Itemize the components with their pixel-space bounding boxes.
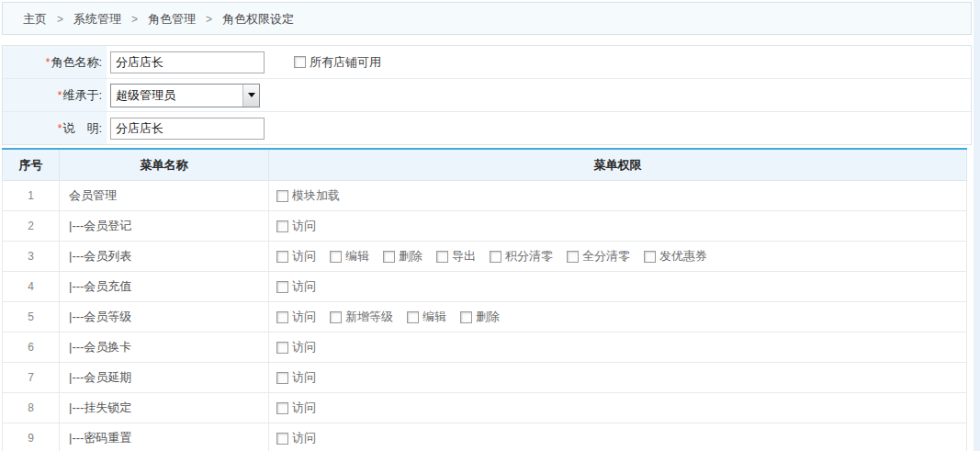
form-row-role-name: * 角色名称: 所有店铺可用 bbox=[3, 46, 971, 79]
row-serial: 7 bbox=[3, 363, 60, 393]
permission-label: 积分清零 bbox=[505, 248, 553, 265]
checkbox-icon[interactable] bbox=[567, 251, 579, 263]
permission-label: 全分清零 bbox=[582, 248, 630, 265]
permission-checkbox[interactable]: 新增等级 bbox=[330, 309, 393, 325]
checkbox-icon[interactable] bbox=[407, 311, 419, 323]
permission-checkbox[interactable]: 导出 bbox=[436, 248, 476, 265]
required-asterisk: * bbox=[58, 89, 62, 102]
permission-label: 新增等级 bbox=[345, 309, 393, 325]
table-row: 5 |---会员等级 访问 新增等级 编辑 删除 bbox=[3, 302, 967, 333]
permission-checkbox[interactable]: 删除 bbox=[460, 309, 500, 325]
table-header-row: 序号 菜单名称 菜单权限 bbox=[3, 149, 967, 181]
row-serial: 1 bbox=[3, 181, 60, 211]
description-content bbox=[107, 112, 971, 144]
breadcrumb-separator: > bbox=[57, 13, 63, 26]
role-form: * 角色名称: 所有店铺可用 * 维承于: 超级管理员 bbox=[2, 45, 972, 145]
permission-checkbox[interactable]: 访问 bbox=[276, 339, 316, 355]
checkbox-icon[interactable] bbox=[276, 251, 288, 263]
row-menu-name: |---会员登记 bbox=[60, 211, 269, 242]
checkbox-icon[interactable] bbox=[436, 251, 448, 263]
row-serial: 2 bbox=[3, 211, 60, 242]
permission-checkbox[interactable]: 编辑 bbox=[407, 309, 446, 325]
table-row: 2 |---会员登记 访问 bbox=[3, 211, 967, 242]
inherit-select-value: 超级管理员 bbox=[111, 85, 242, 107]
permission-checkbox[interactable]: 访问 bbox=[276, 218, 316, 234]
permission-checkbox[interactable]: 删除 bbox=[383, 248, 422, 265]
checkbox-icon[interactable] bbox=[383, 251, 395, 263]
description-input[interactable] bbox=[110, 118, 265, 140]
permission-checkbox[interactable]: 访问 bbox=[276, 309, 316, 325]
permission-checkbox[interactable]: 模块加载 bbox=[276, 187, 340, 204]
permission-label: 导出 bbox=[452, 248, 476, 265]
row-permissions: 模块加载 bbox=[269, 181, 967, 211]
permission-checkbox[interactable]: 访问 bbox=[276, 430, 316, 446]
checkbox-icon[interactable] bbox=[490, 251, 501, 263]
table-row: 3 |---会员列表 访问 编辑 删除 导出 积分清零 全分清零 发优惠券 bbox=[3, 242, 967, 272]
table-row: 9 |---密码重置 访问 bbox=[3, 423, 967, 451]
all-shops-checkbox[interactable]: 所有店铺可用 bbox=[294, 54, 381, 71]
row-menu-name: |---会员换卡 bbox=[60, 333, 269, 363]
breadcrumb-item: 角色权限设定 bbox=[222, 12, 294, 26]
permission-checkbox[interactable]: 发优惠券 bbox=[644, 248, 707, 265]
permission-label: 删除 bbox=[399, 248, 422, 265]
permission-checkbox[interactable]: 编辑 bbox=[330, 248, 369, 265]
checkbox-icon[interactable] bbox=[330, 251, 342, 263]
checkbox-icon[interactable] bbox=[276, 311, 288, 323]
description-label-text: 说 明: bbox=[62, 120, 102, 137]
required-asterisk: * bbox=[46, 56, 51, 69]
breadcrumb: 主页>系统管理>角色管理>角色权限设定 bbox=[2, 2, 972, 35]
row-menu-name: |---会员等级 bbox=[60, 302, 269, 333]
row-permissions: 访问 bbox=[269, 272, 967, 302]
checkbox-icon[interactable] bbox=[276, 281, 288, 293]
role-name-content: 所有店铺可用 bbox=[107, 46, 971, 78]
role-name-label-text: 角色名称: bbox=[51, 54, 102, 71]
checkbox-icon[interactable] bbox=[276, 190, 288, 202]
form-row-description: * 说 明: bbox=[3, 112, 971, 144]
permission-label: 发优惠券 bbox=[659, 248, 707, 265]
permission-checkbox[interactable]: 访问 bbox=[276, 278, 316, 295]
breadcrumb-separator: > bbox=[131, 13, 138, 26]
row-serial: 8 bbox=[3, 393, 60, 423]
inherit-content: 超级管理员 bbox=[107, 79, 971, 111]
role-name-input[interactable] bbox=[110, 51, 265, 73]
row-menu-name: |---挂失锁定 bbox=[60, 393, 269, 423]
all-shops-label: 所有店铺可用 bbox=[310, 54, 381, 71]
checkbox-icon[interactable] bbox=[276, 342, 288, 354]
checkbox-icon[interactable] bbox=[276, 402, 288, 414]
row-permissions: 访问 新增等级 编辑 删除 bbox=[269, 302, 967, 333]
permission-label: 访问 bbox=[292, 339, 316, 355]
row-menu-name: |---密码重置 bbox=[60, 423, 269, 451]
table-row: 8 |---挂失锁定 访问 bbox=[3, 393, 967, 423]
chevron-down-icon bbox=[248, 93, 255, 97]
permissions-table: 序号 菜单名称 菜单权限 1 会员管理 模块加载 2 |---会员登记 访问 3… bbox=[2, 148, 967, 451]
permission-label: 访问 bbox=[292, 278, 316, 295]
row-permissions: 访问 bbox=[269, 211, 967, 242]
inherit-select[interactable]: 超级管理员 bbox=[110, 84, 260, 107]
permission-checkbox[interactable]: 访问 bbox=[276, 400, 316, 416]
permission-checkbox[interactable]: 访问 bbox=[276, 369, 316, 386]
permission-checkbox[interactable]: 访问 bbox=[276, 248, 316, 265]
checkbox-icon[interactable] bbox=[460, 311, 472, 323]
permission-label: 访问 bbox=[292, 218, 316, 234]
checkbox-icon[interactable] bbox=[276, 220, 288, 232]
checkbox-icon[interactable] bbox=[644, 251, 656, 263]
permission-label: 删除 bbox=[476, 309, 500, 325]
breadcrumb-item[interactable]: 系统管理 bbox=[73, 12, 121, 26]
table-row: 6 |---会员换卡 访问 bbox=[3, 333, 967, 363]
checkbox-icon[interactable] bbox=[294, 56, 306, 68]
row-serial: 5 bbox=[3, 302, 60, 333]
breadcrumb-separator: > bbox=[206, 13, 212, 26]
row-permissions: 访问 bbox=[269, 393, 967, 423]
permission-checkbox[interactable]: 积分清零 bbox=[490, 248, 553, 265]
row-serial: 9 bbox=[3, 423, 60, 451]
checkbox-icon[interactable] bbox=[330, 311, 342, 323]
select-dropdown-button[interactable] bbox=[242, 85, 259, 107]
breadcrumb-item[interactable]: 主页 bbox=[23, 12, 47, 26]
table-row: 4 |---会员充值 访问 bbox=[3, 272, 967, 302]
breadcrumb-item[interactable]: 角色管理 bbox=[148, 12, 196, 26]
checkbox-icon[interactable] bbox=[276, 433, 288, 445]
table-row: 7 |---会员延期 访问 bbox=[3, 363, 967, 393]
checkbox-icon[interactable] bbox=[276, 372, 288, 384]
permission-checkbox[interactable]: 全分清零 bbox=[567, 248, 630, 265]
page-content: 主页>系统管理>角色管理>角色权限设定 * 角色名称: 所有店铺可用 * 维承于… bbox=[0, 0, 974, 451]
